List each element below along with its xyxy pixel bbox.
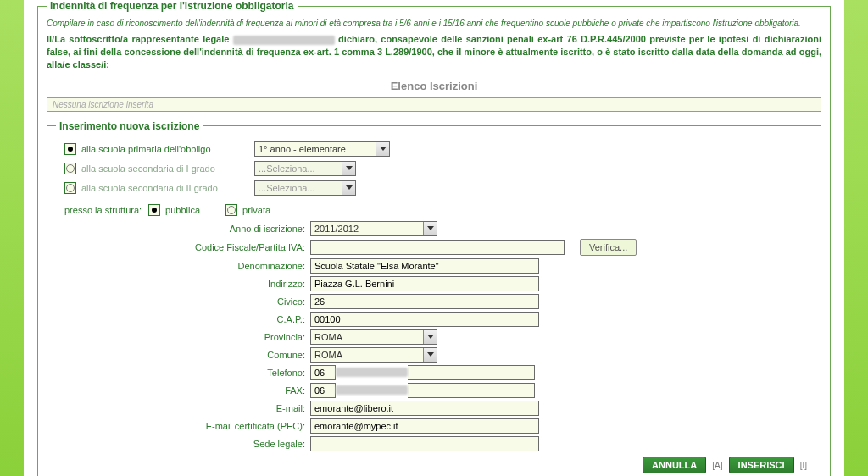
chevron-down-icon <box>376 142 389 156</box>
insert-key: [I] <box>800 461 807 470</box>
label-cf: Codice Fiscale/Partita IVA: <box>124 242 310 252</box>
label-civico: Civico: <box>124 296 310 307</box>
cancel-button[interactable]: ANNULLA <box>643 457 706 473</box>
input-indirizzo[interactable] <box>310 276 539 291</box>
select-anno[interactable]: 2011/2012 <box>310 221 437 236</box>
label-indirizzo: Indirizzo: <box>124 279 310 289</box>
input-cf[interactable] <box>310 240 565 255</box>
select-comune[interactable]: ROMA <box>310 347 437 363</box>
label-sede: Sede legale: <box>124 439 310 449</box>
label-public: pubblica <box>165 205 200 215</box>
redacted-phone <box>336 368 408 377</box>
opt-sec2-row: alla scuola secondaria di II grado ...Se… <box>64 180 812 196</box>
select-primary-value: 1° anno - elementare <box>259 144 346 154</box>
verify-button[interactable]: Verifica... <box>580 239 637 256</box>
input-sede[interactable] <box>310 436 539 451</box>
chevron-down-icon <box>342 162 355 175</box>
radio-sec1[interactable] <box>64 163 76 174</box>
radio-primary[interactable] <box>64 143 76 155</box>
radio-public[interactable] <box>148 204 160 216</box>
select-sec2-value: ...Seleziona... <box>259 183 315 193</box>
value-comune: ROMA <box>314 350 342 360</box>
input-fax-prefix[interactable] <box>310 383 336 398</box>
label-anno: Anno di iscrizione: <box>124 224 310 234</box>
label-email: E-mail: <box>124 403 310 413</box>
new-enrollment-legend: Inserimento nuova iscrizione <box>56 120 203 132</box>
input-fax-rest[interactable] <box>408 383 535 398</box>
decor-right-bar <box>844 0 868 476</box>
label-sec2: alla scuola secondaria di II grado <box>81 183 242 193</box>
radio-sec2[interactable] <box>64 182 76 194</box>
action-bar: ANNULLA [A] INSERISCI [I] <box>56 457 810 473</box>
cancel-key: [A] <box>712 461 722 470</box>
page-content: Indennità di frequenza per l'istruzione … <box>27 0 841 476</box>
value-anno: 2011/2012 <box>314 224 359 234</box>
input-telefono-rest[interactable] <box>408 365 535 380</box>
redacted-fax <box>336 385 408 395</box>
declaration-before: Il/La sottoscritto/a rappresentante lega… <box>47 34 233 44</box>
value-provincia: ROMA <box>314 332 342 342</box>
select-sec1-value: ...Seleziona... <box>259 163 315 174</box>
select-sec1[interactable]: ...Seleziona... <box>254 161 356 176</box>
input-denom[interactable] <box>310 258 539 274</box>
declaration: Il/La sottoscritto/a rappresentante lega… <box>47 33 821 71</box>
iscrizioni-title: Elenco Iscrizioni <box>47 80 821 92</box>
input-pec[interactable] <box>310 418 539 434</box>
chevron-down-icon <box>423 222 437 235</box>
label-denom: Denominazione: <box>124 261 310 271</box>
chevron-down-icon <box>342 181 355 195</box>
structure-row: presso la struttura: pubblica privata <box>64 204 812 216</box>
label-private: privata <box>242 205 270 215</box>
decor-left-bar <box>0 0 24 476</box>
redacted-name <box>233 36 335 45</box>
input-email[interactable] <box>310 401 539 416</box>
radio-private[interactable] <box>225 204 237 216</box>
label-pec: E-mail certificata (PEC): <box>124 421 310 431</box>
select-provincia[interactable]: ROMA <box>310 329 437 345</box>
hint-text: Compilare in caso di riconoscimento dell… <box>47 19 821 28</box>
label-provincia: Provincia: <box>124 332 310 342</box>
input-telefono-prefix[interactable] <box>310 365 336 380</box>
structure-label: presso la struttura: <box>64 205 142 215</box>
school-options: alla scuola primaria dell'obbligo 1° ann… <box>64 141 812 216</box>
label-primary: alla scuola primaria dell'obbligo <box>81 144 242 154</box>
iscrizioni-empty: Nessuna iscrizione inserita <box>47 97 821 112</box>
opt-sec1-row: alla scuola secondaria di I grado ...Sel… <box>64 161 812 176</box>
input-cap[interactable] <box>310 312 539 327</box>
main-fieldset: Indennità di frequenza per l'istruzione … <box>37 0 831 476</box>
label-telefono: Telefono: <box>124 368 310 378</box>
viewport: Indennità di frequenza per l'istruzione … <box>0 0 868 476</box>
select-sec2[interactable]: ...Seleziona... <box>254 180 356 196</box>
label-comune: Comune: <box>124 350 310 360</box>
new-enrollment-fieldset: Inserimento nuova iscrizione alla scuola… <box>47 120 821 476</box>
chevron-down-icon <box>423 348 437 362</box>
label-sec1: alla scuola secondaria di I grado <box>81 163 242 174</box>
chevron-down-icon <box>423 330 437 344</box>
form-grid: Anno di iscrizione: 2011/2012 Codice Fis… <box>124 221 812 451</box>
opt-primary-row: alla scuola primaria dell'obbligo 1° ann… <box>64 141 812 157</box>
input-civico[interactable] <box>310 294 539 309</box>
insert-button[interactable]: INSERISCI <box>729 457 794 473</box>
select-primary-year[interactable]: 1° anno - elementare <box>254 141 390 157</box>
label-cap: C.A.P.: <box>124 314 310 324</box>
main-legend: Indennità di frequenza per l'istruzione … <box>47 0 298 12</box>
label-fax: FAX: <box>124 385 310 396</box>
